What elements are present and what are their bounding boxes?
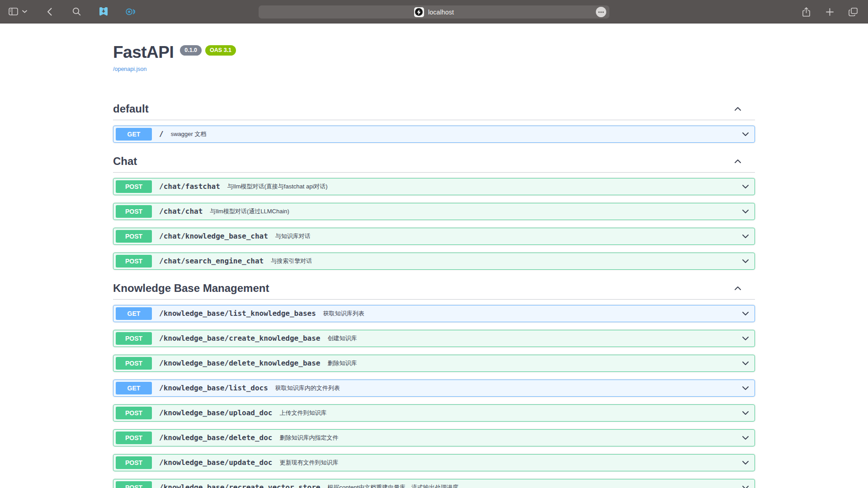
fastapi-lightning-icon bbox=[415, 8, 423, 16]
endpoint-description: 与知识库对话 bbox=[275, 232, 311, 240]
browser-toolbar: localhost bbox=[0, 0, 868, 23]
chevron-down-icon[interactable] bbox=[741, 231, 750, 241]
endpoint-row[interactable]: POST /chat/search_engine_chat 与搜索引擎对话 bbox=[113, 253, 755, 270]
page-options-icon[interactable] bbox=[596, 7, 606, 17]
url-text: localhost bbox=[428, 9, 454, 16]
chevron-down-icon[interactable] bbox=[741, 182, 750, 192]
endpoint-path: /knowledge_base/update_doc bbox=[159, 458, 272, 467]
tag-section-title: Chat bbox=[113, 155, 137, 168]
method-badge: POST bbox=[116, 481, 152, 488]
endpoint-row[interactable]: POST /knowledge_base/delete_doc 删除知识库内指定… bbox=[113, 429, 755, 446]
endpoint-description: 根据content中文档重建向量库，流式输出处理进度。 bbox=[327, 483, 464, 488]
endpoint-path: /chat/search_engine_chat bbox=[159, 257, 264, 265]
method-badge: GET bbox=[116, 307, 152, 320]
version-badge: 0.1.0 bbox=[180, 45, 202, 56]
endpoint-row[interactable]: GET /knowledge_base/list_docs 获取知识库内的文件列… bbox=[113, 380, 755, 397]
chevron-down-icon[interactable] bbox=[741, 458, 750, 468]
method-badge: POST bbox=[116, 407, 152, 419]
endpoint-row[interactable]: POST /knowledge_base/upload_doc 上传文件到知识库 bbox=[113, 404, 755, 422]
tag-section-title: Knowledge Base Management bbox=[113, 282, 269, 295]
tag-section-header[interactable]: Knowledge Base Management bbox=[113, 277, 755, 300]
method-badge: POST bbox=[116, 205, 152, 218]
endpoint-description: 获取知识库内的文件列表 bbox=[275, 384, 340, 392]
chevron-down-icon[interactable] bbox=[741, 358, 750, 368]
openapi-spec-link[interactable]: /openapi.json bbox=[113, 66, 146, 72]
chevron-down-icon[interactable] bbox=[741, 333, 750, 343]
tag-section-title: default bbox=[113, 103, 149, 115]
chevron-down-icon[interactable] bbox=[741, 309, 750, 319]
pinned-bookmark-icon[interactable] bbox=[99, 7, 108, 17]
site-favicon bbox=[414, 7, 424, 17]
endpoint-path: /knowledge_base/delete_doc bbox=[159, 433, 272, 442]
tag-section-header[interactable]: Chat bbox=[113, 150, 755, 173]
endpoint-description: 更新现有文件到知识库 bbox=[279, 459, 338, 467]
endpoint-list: POST /chat/fastchat 与llm模型对话(直接与fastchat… bbox=[113, 173, 755, 270]
chevron-down-icon[interactable] bbox=[22, 7, 27, 17]
endpoint-row[interactable]: GET /knowledge_base/list_knowledge_bases… bbox=[113, 305, 755, 322]
endpoint-row[interactable]: POST /knowledge_base/create_knowledge_ba… bbox=[113, 330, 755, 347]
endpoint-path: /chat/chat bbox=[159, 207, 203, 216]
api-info: FastAPI 0.1.0 OAS 3.1 /openapi.json bbox=[113, 43, 755, 73]
page-content: FastAPI 0.1.0 OAS 3.1 /openapi.json defa… bbox=[0, 23, 868, 488]
endpoint-description: 与搜索引擎对话 bbox=[271, 257, 312, 265]
endpoint-list: GET /knowledge_base/list_knowledge_bases… bbox=[113, 300, 755, 488]
endpoint-row[interactable]: POST /knowledge_base/delete_knowledge_ba… bbox=[113, 355, 755, 372]
endpoint-path: /knowledge_base/create_knowledge_base bbox=[159, 334, 320, 343]
chevron-down-icon[interactable] bbox=[741, 129, 750, 139]
page-title: FastAPI bbox=[113, 43, 174, 62]
tag-sections: default GET / swagger 文档 Chat bbox=[113, 98, 755, 488]
method-badge: POST bbox=[116, 432, 152, 444]
endpoint-path: / bbox=[159, 130, 164, 138]
endpoint-list: GET / swagger 文档 bbox=[113, 120, 755, 143]
endpoint-description: 与llm模型对话(通过LLMChain) bbox=[210, 207, 289, 216]
endpoint-path: /knowledge_base/upload_doc bbox=[159, 408, 272, 417]
endpoint-row[interactable]: POST /knowledge_base/recreate_vector_sto… bbox=[113, 479, 755, 488]
method-badge: POST bbox=[116, 255, 152, 267]
live-circles-icon[interactable] bbox=[126, 7, 136, 17]
method-badge: POST bbox=[116, 230, 152, 243]
endpoint-path: /chat/knowledge_base_chat bbox=[159, 232, 268, 240]
sidebar-toggle-icon[interactable] bbox=[8, 7, 18, 17]
oas-badge: OAS 3.1 bbox=[205, 45, 236, 56]
method-badge: POST bbox=[116, 357, 152, 370]
endpoint-row[interactable]: GET / swagger 文档 bbox=[113, 126, 755, 143]
chevron-down-icon[interactable] bbox=[741, 383, 750, 393]
endpoint-path: /knowledge_base/list_knowledge_bases bbox=[159, 309, 316, 318]
chevron-up-icon[interactable] bbox=[733, 104, 743, 114]
method-badge: POST bbox=[116, 456, 152, 469]
endpoint-path: /knowledge_base/delete_knowledge_base bbox=[159, 359, 320, 367]
new-tab-icon[interactable] bbox=[825, 7, 835, 17]
endpoint-row[interactable]: POST /chat/fastchat 与llm模型对话(直接与fastchat… bbox=[113, 178, 755, 195]
chevron-down-icon[interactable] bbox=[741, 408, 750, 418]
tag-section-header[interactable]: default bbox=[113, 98, 755, 120]
tag-section: Knowledge Base Management GET /knowledge… bbox=[113, 277, 755, 488]
search-icon[interactable] bbox=[71, 7, 81, 17]
endpoint-description: 创建知识库 bbox=[327, 334, 357, 343]
chevron-down-icon[interactable] bbox=[741, 256, 750, 266]
tag-section: Chat POST /chat/fastchat 与llm模型对话(直接与fas… bbox=[113, 150, 755, 270]
endpoint-path: /knowledge_base/recreate_vector_store bbox=[159, 483, 320, 488]
chevron-up-icon[interactable] bbox=[733, 283, 743, 293]
endpoint-description: 删除知识库 bbox=[327, 359, 357, 367]
endpoint-description: 删除知识库内指定文件 bbox=[279, 434, 338, 442]
back-button-icon[interactable] bbox=[44, 7, 54, 17]
chevron-down-icon[interactable] bbox=[741, 483, 750, 488]
address-bar[interactable]: localhost bbox=[259, 5, 609, 19]
endpoint-path: /chat/fastchat bbox=[159, 182, 220, 191]
method-badge: POST bbox=[116, 180, 152, 193]
endpoint-row[interactable]: POST /chat/knowledge_base_chat 与知识库对话 bbox=[113, 228, 755, 245]
chevron-down-icon[interactable] bbox=[741, 206, 750, 216]
tab-overview-icon[interactable] bbox=[848, 7, 858, 17]
endpoint-description: 上传文件到知识库 bbox=[279, 409, 326, 417]
chevron-up-icon[interactable] bbox=[733, 156, 743, 166]
tag-section: default GET / swagger 文档 bbox=[113, 98, 755, 143]
endpoint-description: 与llm模型对话(直接与fastchat api对话) bbox=[227, 183, 328, 191]
endpoint-row[interactable]: POST /chat/chat 与llm模型对话(通过LLMChain) bbox=[113, 203, 755, 220]
share-icon[interactable] bbox=[801, 7, 811, 17]
method-badge: GET bbox=[116, 128, 152, 141]
chevron-down-icon[interactable] bbox=[741, 433, 750, 443]
endpoint-description: 获取知识库列表 bbox=[323, 310, 364, 318]
endpoint-description: swagger 文档 bbox=[171, 130, 207, 138]
method-badge: GET bbox=[116, 382, 152, 394]
endpoint-row[interactable]: POST /knowledge_base/update_doc 更新现有文件到知… bbox=[113, 454, 755, 471]
